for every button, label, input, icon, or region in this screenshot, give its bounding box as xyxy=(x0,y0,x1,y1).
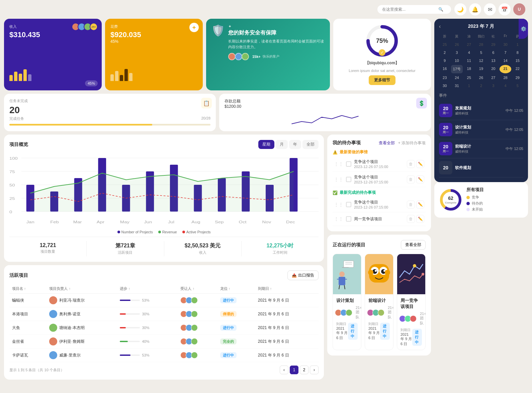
col-progress[interactable]: 进步 ↑ xyxy=(117,284,178,294)
cal-d-10[interactable]: 10 xyxy=(451,57,462,64)
svg-point-57 xyxy=(422,273,424,276)
cal-hdr-5: Fr xyxy=(500,33,511,40)
export-button[interactable]: 📤 出口报告 xyxy=(287,270,319,280)
col-status[interactable]: 龙位 ↑ xyxy=(217,284,255,294)
cal-d-27b[interactable]: 27 xyxy=(487,74,499,81)
cal-d-14[interactable]: 14 xyxy=(500,57,511,64)
cal-d-16[interactable]: 16 xyxy=(439,65,450,73)
cal-d-18[interactable]: 18 xyxy=(463,65,475,73)
cal-d-27[interactable]: 27 xyxy=(463,41,475,48)
search-input[interactable] xyxy=(382,7,436,12)
cal-d-12[interactable]: 12 xyxy=(475,57,487,64)
tab-month[interactable]: 月 xyxy=(276,140,288,149)
cal-d-25b[interactable]: 25 xyxy=(463,74,475,81)
bell-icon[interactable]: 🔔 xyxy=(469,3,481,15)
col-manager[interactable]: 项目负责人 ↑ xyxy=(47,284,117,294)
todo-delete-4[interactable]: 🗑 xyxy=(407,215,415,223)
cal-d-11[interactable]: 11 xyxy=(463,57,475,64)
cal-d-1nm[interactable]: 1 xyxy=(463,82,475,89)
cal-d-29[interactable]: 29 xyxy=(487,41,499,48)
cal-d-26[interactable]: 26 xyxy=(451,41,462,48)
todo-edit-2[interactable]: ✏️ xyxy=(416,175,424,183)
cal-d-4[interactable]: 4 xyxy=(463,49,475,56)
drag-handle-1[interactable]: ⋮⋮ xyxy=(334,161,343,167)
cal-d-29b[interactable]: 29 xyxy=(512,74,523,81)
col-project-name[interactable]: 项目名 ↑ xyxy=(9,284,47,294)
todo-item-4: ⋮⋮ 周一竞争该项目 🗑 ✏️ xyxy=(333,212,426,226)
view-all-button[interactable]: 查看全部 xyxy=(401,240,426,250)
drag-handle-4[interactable]: ⋮⋮ xyxy=(334,216,343,222)
cal-d-7[interactable]: 7 xyxy=(500,49,511,56)
todo-view-all[interactable]: 查看全部 xyxy=(379,140,395,146)
cal-d-20[interactable]: 20 xyxy=(487,65,499,73)
cal-d-17[interactable]: 17号 xyxy=(451,65,462,73)
donut-label: 62 Compete xyxy=(445,195,456,204)
cal-d-30[interactable]: 30 xyxy=(500,41,511,48)
cal-d-26b[interactable]: 26 xyxy=(475,74,487,81)
cal-d-21[interactable]: 21 xyxy=(500,65,511,73)
search-box[interactable]: 🔍 xyxy=(377,5,451,14)
cal-d-5nm[interactable]: 5 xyxy=(512,82,523,89)
todo-edit-4[interactable]: ✏️ xyxy=(416,215,424,223)
tab-year[interactable]: 年 xyxy=(289,140,301,149)
cal-d-5[interactable]: 5 xyxy=(475,49,487,56)
cal-d-13[interactable]: 13 xyxy=(487,57,499,64)
settings-gear[interactable]: ⚙️ xyxy=(519,19,528,39)
project-card-1[interactable]: 设计策划 21+ 团队 xyxy=(333,254,361,350)
cal-d-3[interactable]: 3 xyxy=(451,49,462,56)
drag-handle-2[interactable]: ⋮⋮ xyxy=(334,177,343,182)
event-3[interactable]: 20 周一 前端设计 威特科技 中午 12:05 xyxy=(439,139,523,158)
todo-edit-1[interactable]: ✏️ xyxy=(416,160,424,168)
cal-d-8[interactable]: 8 xyxy=(512,49,523,56)
tab-week[interactable]: 星期 xyxy=(258,140,274,149)
cal-d-31[interactable]: 31 xyxy=(451,82,462,89)
mail-icon[interactable]: ✉ xyxy=(484,3,496,15)
checkbox-3[interactable] xyxy=(346,202,351,207)
todo-add[interactable]: + 添加待办事项 xyxy=(398,140,426,146)
cal-d-19[interactable]: 19 xyxy=(475,65,487,73)
cal-d-2nm[interactable]: 2 xyxy=(475,82,487,89)
todo-delete-1[interactable]: 🗑 xyxy=(407,160,415,168)
cal-d-28b[interactable]: 28 xyxy=(500,74,511,81)
project-card-3[interactable]: 周一竞争该项目 21+ 团队 xyxy=(397,254,426,350)
todo-edit-3[interactable]: ✏️ xyxy=(416,201,424,209)
checkbox-4[interactable] xyxy=(346,216,351,222)
expense-add-button[interactable]: + xyxy=(189,23,199,32)
event-2[interactable]: 20 周一 设计策划 威特科技 中午 12:05 xyxy=(439,120,523,139)
cal-prev[interactable]: ‹ xyxy=(439,23,441,29)
todo-delete-2[interactable]: 🗑 xyxy=(407,175,415,183)
event-4[interactable]: 20 软件规划 xyxy=(439,158,523,177)
cal-d-23[interactable]: 23 xyxy=(439,74,450,81)
prev-page-button[interactable]: ‹ xyxy=(280,366,288,374)
cal-d-22[interactable]: 22 xyxy=(512,65,523,73)
todo-actions-2: 🗑 ✏️ xyxy=(407,175,424,183)
page-1-button[interactable]: 1 xyxy=(290,366,298,374)
drag-handle-3[interactable]: ⋮⋮ xyxy=(334,202,343,207)
calendar-icon[interactable]: 📅 xyxy=(499,3,511,15)
cal-d-1pm[interactable]: 1 xyxy=(512,41,523,48)
col-assignees[interactable]: 受让人 ↑ xyxy=(178,284,217,294)
checkbox-1[interactable] xyxy=(346,161,351,167)
project-card-2[interactable]: 前端设计 21+ 团队 xyxy=(365,254,393,350)
cal-d-28[interactable]: 28 xyxy=(475,41,487,48)
checkbox-2[interactable] xyxy=(346,177,351,182)
cal-hdr-0: 苏 xyxy=(439,33,450,40)
event-1[interactable]: 20 周一 发展规划 威特科技 中午 12:05 xyxy=(439,101,523,120)
moon-icon[interactable]: 🌙 xyxy=(454,3,466,15)
next-page-button[interactable]: › xyxy=(310,366,319,374)
cal-d-24[interactable]: 24 xyxy=(451,74,462,81)
cal-d-2[interactable]: 2 xyxy=(439,49,450,56)
tab-all[interactable]: 全部 xyxy=(302,140,319,149)
more-detail-button[interactable]: 更多细节 xyxy=(369,75,395,85)
cal-d-30b[interactable]: 30 xyxy=(439,82,450,89)
todo-delete-3[interactable]: 🗑 xyxy=(407,201,415,209)
cal-d-3nm[interactable]: 3 xyxy=(487,82,499,89)
cal-d-4nm[interactable]: 4 xyxy=(500,82,511,89)
page-2-button[interactable]: 2 xyxy=(300,366,308,374)
cal-d-25[interactable]: 25 xyxy=(439,41,450,48)
user-avatar[interactable]: U xyxy=(513,3,525,15)
col-date[interactable]: 到期日 ↑ xyxy=(255,284,319,294)
cal-d-9[interactable]: 9 xyxy=(439,57,450,64)
cal-d-6[interactable]: 6 xyxy=(487,49,499,56)
cal-d-15[interactable]: 15 xyxy=(512,57,523,64)
